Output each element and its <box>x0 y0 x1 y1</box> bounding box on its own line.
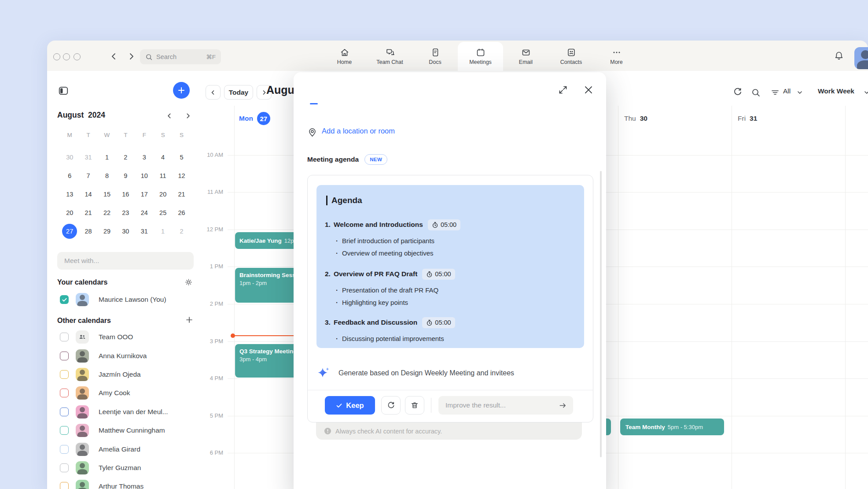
user-avatar[interactable] <box>854 47 868 69</box>
mini-calendar-day[interactable]: 20 <box>60 204 79 222</box>
calendar-item-team-ooo[interactable]: Team OOO <box>57 328 198 346</box>
agenda-content[interactable]: Agenda 1. Welcome and Introductions 05:0… <box>316 185 584 348</box>
expand-icon[interactable] <box>558 85 568 95</box>
chevron-down-icon[interactable] <box>797 90 803 95</box>
tab-email[interactable]: Email <box>503 42 548 71</box>
window-close-button[interactable] <box>53 53 60 60</box>
tab-contacts[interactable]: Contacts <box>548 42 594 71</box>
mini-calendar-day[interactable]: 25 <box>154 204 172 222</box>
prev-period-button[interactable] <box>206 85 221 100</box>
mini-calendar-day[interactable]: 13 <box>60 185 79 204</box>
view-selector[interactable]: Work Week <box>818 87 854 95</box>
mini-calendar-day[interactable]: 9 <box>116 167 135 185</box>
mini-calendar-day[interactable]: 29 <box>98 222 116 241</box>
tab-more[interactable]: More <box>594 42 639 71</box>
global-search[interactable]: ⌘F <box>140 49 221 64</box>
meet-with-input[interactable] <box>57 252 194 270</box>
nav-forward-icon[interactable] <box>126 51 136 62</box>
calendar-checkbox[interactable] <box>60 426 69 435</box>
mini-calendar-day[interactable]: 28 <box>79 222 97 241</box>
calendar-item[interactable]: Anna Kurnikova <box>57 346 198 365</box>
add-location-link[interactable]: Add a location or room <box>322 127 395 135</box>
mini-calendar-day[interactable]: 4 <box>154 148 172 167</box>
calendar-checkbox-checked[interactable] <box>60 295 69 304</box>
tab-home[interactable]: Home <box>322 42 367 71</box>
gear-icon[interactable] <box>184 278 193 286</box>
tab-docs[interactable]: Docs <box>412 42 458 71</box>
mini-calendar-day[interactable]: 1 <box>154 222 172 241</box>
close-icon[interactable] <box>583 84 594 96</box>
mini-calendar-prev-icon[interactable] <box>166 112 173 119</box>
improve-input-group[interactable] <box>438 396 573 415</box>
mini-calendar-day[interactable]: 21 <box>79 204 97 222</box>
arrow-right-icon[interactable] <box>559 401 567 410</box>
mini-calendar-day[interactable]: 1 <box>98 148 116 167</box>
mini-calendar-day[interactable]: 8 <box>98 167 116 185</box>
mini-calendar-day[interactable]: 26 <box>172 204 191 222</box>
mini-calendar-day[interactable]: 3 <box>135 148 154 167</box>
calendar-checkbox[interactable] <box>60 408 69 416</box>
calendar-item[interactable]: Jazmín Ojeda <box>57 365 198 384</box>
discard-button[interactable] <box>405 396 424 415</box>
mini-calendar-day[interactable]: 23 <box>116 204 135 222</box>
mini-calendar-next-icon[interactable] <box>184 112 191 119</box>
calendar-checkbox[interactable] <box>60 482 69 489</box>
search-icon[interactable] <box>751 88 761 97</box>
window-zoom-button[interactable] <box>74 53 81 60</box>
mini-calendar-day[interactable]: 10 <box>135 167 154 185</box>
add-calendar-plus-icon[interactable] <box>185 316 193 324</box>
mini-calendar-day[interactable]: 15 <box>98 185 116 204</box>
mini-calendar-day[interactable]: 5 <box>172 148 191 167</box>
regenerate-button[interactable] <box>381 396 401 415</box>
calendar-checkbox[interactable] <box>60 389 69 397</box>
notifications-bell-icon[interactable] <box>833 50 845 62</box>
calendar-checkbox[interactable] <box>60 463 69 472</box>
tab-meetings[interactable]: Meetings <box>458 42 503 71</box>
calendar-checkbox[interactable] <box>60 352 69 360</box>
mini-calendar-day[interactable]: 16 <box>116 185 135 204</box>
mini-calendar-day[interactable]: 7 <box>79 167 97 185</box>
mini-calendar-day[interactable]: 31 <box>135 222 154 241</box>
mini-calendar-day-selected[interactable]: 27 <box>60 222 79 241</box>
calendar-checkbox[interactable] <box>60 445 69 454</box>
mini-calendar-day[interactable]: 24 <box>135 204 154 222</box>
calendar-item[interactable]: Tyler Guzman <box>57 459 198 477</box>
mini-calendar-day[interactable]: 2 <box>116 148 135 167</box>
calendar-checkbox[interactable] <box>60 370 69 379</box>
chevron-down-icon[interactable] <box>864 90 868 95</box>
calendar-item[interactable]: Leentje van der Meul... <box>57 403 198 421</box>
search-input[interactable] <box>153 53 206 60</box>
weekday-label: T <box>79 130 97 140</box>
mini-calendar-day[interactable]: 31 <box>79 148 97 167</box>
mini-calendar-day[interactable]: 11 <box>154 167 172 185</box>
filter-value[interactable]: All <box>783 87 791 95</box>
calendar-item[interactable]: Matthew Cunningham <box>57 421 198 440</box>
mini-calendar-day[interactable]: 30 <box>60 148 79 167</box>
mini-calendar-day[interactable]: 14 <box>79 185 97 204</box>
calendar-item[interactable]: Amy Cook <box>57 384 198 402</box>
calendar-item[interactable]: Arthur Thomas <box>57 477 198 489</box>
calendar-item[interactable]: Amelia Girard <box>57 440 198 458</box>
refresh-icon[interactable] <box>732 87 743 97</box>
mini-calendar-day[interactable]: 21 <box>172 185 191 204</box>
mini-calendar-day[interactable]: 20 <box>154 185 172 204</box>
tab-team-chat[interactable]: Team Chat <box>367 42 412 71</box>
keep-button[interactable]: Keep <box>325 396 375 415</box>
create-event-button[interactable] <box>173 82 190 99</box>
nav-back-icon[interactable] <box>109 51 119 62</box>
mini-calendar-day[interactable]: 2 <box>172 222 191 241</box>
mini-calendar-day[interactable]: 17 <box>135 185 154 204</box>
calendar-checkbox[interactable] <box>60 333 69 341</box>
mini-calendar-day[interactable]: 6 <box>60 167 79 185</box>
calendar-item-maurice[interactable]: Maurice Lawson (You) <box>57 290 198 309</box>
filter-icon[interactable] <box>771 89 779 96</box>
mini-calendar-day[interactable]: 12 <box>172 167 191 185</box>
sidebar-toggle-icon[interactable] <box>58 85 69 96</box>
mini-calendar-day[interactable]: 30 <box>116 222 135 241</box>
event-team-monthly[interactable]: Team Monthly 5pm - 5:30pm <box>620 419 724 435</box>
improve-input[interactable] <box>445 401 559 410</box>
window-minimize-button[interactable] <box>63 53 70 60</box>
mini-calendar-day[interactable]: 22 <box>98 204 116 222</box>
modal-scrollbar[interactable] <box>600 171 602 457</box>
today-button[interactable]: Today <box>224 85 253 100</box>
